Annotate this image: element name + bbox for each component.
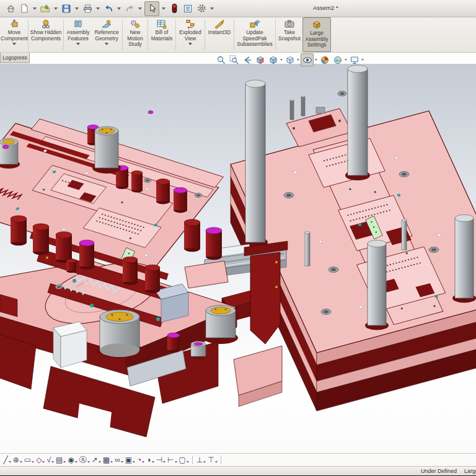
dowel-up-tool-icon[interactable]: ⊤ bbox=[208, 456, 217, 464]
view-settings-icon[interactable] bbox=[348, 54, 360, 66]
graphics-viewport[interactable] bbox=[0, 64, 476, 453]
reference-geometry-button[interactable]: Reference Geometry bbox=[92, 17, 121, 52]
assembly-features-icon bbox=[73, 19, 84, 29]
move-component-label: Move Component bbox=[1, 30, 28, 42]
print-dropdown-icon[interactable] bbox=[96, 7, 100, 10]
display-style-dropdown-icon[interactable] bbox=[297, 59, 299, 61]
quick-access-toolbar: Assem2 * bbox=[0, 0, 476, 17]
select-cursor-icon[interactable] bbox=[144, 1, 159, 16]
new-document-icon[interactable] bbox=[18, 2, 30, 15]
exploded-view-button[interactable]: Exploded View bbox=[177, 17, 204, 52]
punch-tool-icon[interactable]: ⊕ bbox=[13, 456, 22, 464]
bill-of-materials-icon bbox=[156, 19, 167, 29]
take-snapshot-icon bbox=[284, 19, 295, 29]
grid-tool-icon[interactable]: ▦ bbox=[103, 456, 113, 464]
heads-up-view-toolbar bbox=[214, 53, 364, 66]
exploded-view-label: Exploded View bbox=[177, 30, 203, 42]
assembly-features-label: Assembly Features bbox=[65, 30, 91, 42]
take-snapshot-label: Take Snapshot bbox=[277, 30, 302, 42]
pin-right-tool-icon[interactable]: ⊢ bbox=[167, 456, 177, 464]
pin-left-tool-icon[interactable]: ⊣ bbox=[156, 456, 165, 464]
ribbon-separator bbox=[175, 19, 176, 50]
tab-logopress[interactable]: Logopress bbox=[0, 53, 30, 63]
save-icon[interactable] bbox=[60, 2, 73, 15]
select-dropdown-icon[interactable] bbox=[162, 7, 165, 10]
previous-view-icon[interactable] bbox=[241, 54, 253, 66]
dowel-down-tool-icon[interactable]: ⊥ bbox=[196, 456, 206, 464]
instant3d-button[interactable]: Instant3D bbox=[206, 17, 233, 52]
logopress-tool-tray: ╱ ⊕ ▭ ◇ √ ▤ ◉ Ⓐ ↗ ▦ ∞ ▣ ◔ ◑ ⊣ ⊢ ▢ ⊥ ⊤ bbox=[0, 453, 476, 466]
apply-scene-dropdown-icon[interactable] bbox=[345, 59, 347, 61]
ribbon-separator bbox=[122, 19, 123, 50]
block-tool-icon[interactable]: ▣ bbox=[125, 456, 135, 464]
exploded-view-dropdown-icon[interactable] bbox=[188, 43, 192, 45]
status-bar: Under Defined Large bbox=[0, 466, 476, 475]
panel-tool-icon[interactable]: ▤ bbox=[56, 456, 66, 464]
insert-tool-icon[interactable]: ◇ bbox=[36, 456, 45, 464]
hide-show-items-dropdown-icon[interactable] bbox=[315, 59, 317, 61]
die-plate-tool-icon[interactable]: ▭ bbox=[24, 456, 34, 464]
options-list-icon[interactable] bbox=[182, 2, 194, 15]
trajectory-tool-icon[interactable]: ↗ bbox=[92, 456, 101, 464]
check-tool-icon[interactable]: √ bbox=[46, 456, 54, 464]
solidworks-window: Assem2 * Move Component Show Hidden Comp… bbox=[0, 0, 476, 476]
update-speedpak-icon bbox=[249, 19, 260, 29]
new-motion-study-icon bbox=[130, 19, 141, 29]
edit-appearance-icon[interactable] bbox=[319, 54, 330, 66]
show-hidden-components-label: Show Hidden Components bbox=[30, 30, 62, 42]
large-assembly-settings-button[interactable]: Large Assembly Settings bbox=[302, 17, 331, 52]
new-motion-study-button[interactable]: New Motion Study bbox=[123, 17, 147, 52]
strip-layout-tool-icon[interactable]: ╱ bbox=[4, 456, 11, 464]
new-motion-study-label: New Motion Study bbox=[124, 30, 146, 48]
tool-tray-separator bbox=[192, 456, 193, 464]
view-orientation-dropdown-icon[interactable] bbox=[280, 59, 283, 61]
bill-of-materials-button[interactable]: Bill of Materials bbox=[149, 17, 175, 52]
move-component-icon bbox=[9, 19, 20, 29]
view-settings-dropdown-icon[interactable] bbox=[361, 59, 364, 61]
home-icon[interactable] bbox=[4, 2, 17, 15]
zoom-to-fit-icon[interactable] bbox=[215, 54, 227, 66]
search-number-tool-icon[interactable]: ◉ bbox=[68, 456, 77, 464]
tab-logopress-label: Logopress bbox=[2, 55, 27, 61]
rebuild-traffic-light-icon[interactable] bbox=[168, 2, 180, 15]
apply-scene-icon[interactable] bbox=[332, 54, 343, 66]
gear-dropdown-icon[interactable] bbox=[210, 7, 214, 10]
display-style-icon[interactable] bbox=[284, 54, 296, 66]
viewport-3d-model[interactable] bbox=[0, 64, 476, 453]
half-section-tool-icon[interactable]: ◑ bbox=[146, 456, 154, 464]
update-speedpak-button[interactable]: Update SpeedPak Subassemblies bbox=[235, 17, 275, 52]
move-component-button[interactable]: Move Component bbox=[1, 17, 27, 52]
update-speedpak-label: Update SpeedPak Subassemblies bbox=[236, 30, 274, 48]
reference-geometry-icon bbox=[101, 19, 112, 29]
annotation-tool-icon[interactable]: Ⓐ bbox=[79, 456, 90, 464]
print-icon[interactable] bbox=[81, 2, 94, 15]
spring-tool-icon[interactable]: ∞ bbox=[115, 456, 123, 464]
settings-gear-icon[interactable] bbox=[195, 2, 208, 15]
assembly-features-button[interactable]: Assembly Features bbox=[64, 17, 92, 52]
assembly-features-dropdown-icon[interactable] bbox=[76, 43, 80, 45]
undo-dropdown-icon[interactable] bbox=[117, 7, 121, 10]
reference-geometry-dropdown-icon[interactable] bbox=[105, 43, 108, 45]
view-orientation-icon[interactable] bbox=[267, 54, 279, 66]
tool-tray-separator bbox=[221, 456, 221, 464]
undo-icon[interactable] bbox=[102, 2, 115, 15]
zoom-to-area-icon[interactable] bbox=[228, 54, 240, 66]
open-icon[interactable] bbox=[39, 2, 51, 15]
new-dropdown-icon[interactable] bbox=[33, 7, 37, 10]
open-dropdown-icon[interactable] bbox=[54, 7, 58, 10]
take-snapshot-button[interactable]: Take Snapshot bbox=[276, 17, 302, 52]
instant3d-label: Instant3D bbox=[208, 30, 231, 36]
constraint-status: Under Defined bbox=[421, 468, 457, 474]
save-dropdown-icon[interactable] bbox=[75, 7, 79, 10]
redo-icon[interactable] bbox=[123, 2, 136, 15]
hide-show-items-icon[interactable] bbox=[301, 53, 314, 66]
lower-die-assembly bbox=[0, 111, 288, 438]
assembly-mode-status: Large bbox=[464, 468, 476, 474]
work-area: Logopress bbox=[0, 53, 476, 453]
section-view-icon[interactable] bbox=[254, 54, 266, 66]
show-hidden-components-button[interactable]: Show Hidden Components bbox=[29, 17, 63, 52]
redo-dropdown-icon[interactable] bbox=[138, 7, 142, 10]
pie-section-tool-icon[interactable]: ◔ bbox=[137, 456, 144, 464]
move-component-dropdown-icon[interactable] bbox=[12, 43, 16, 45]
screen-tool-icon[interactable]: ▢ bbox=[179, 456, 189, 464]
